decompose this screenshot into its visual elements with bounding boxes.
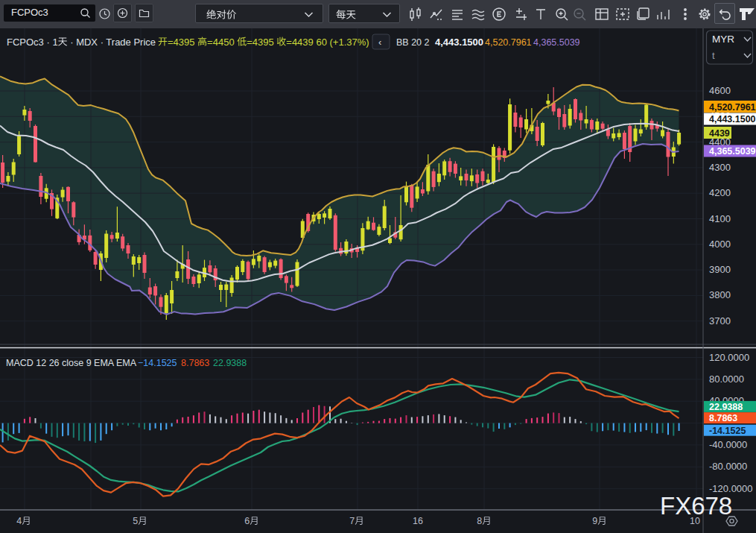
svg-text:4439: 4439 [709, 128, 730, 139]
svg-text:8.7863: 8.7863 [181, 358, 209, 368]
svg-text:3900: 3900 [709, 264, 731, 275]
svg-text:5: 5 [133, 516, 138, 526]
svg-text:· MDX · Trade Price: · MDX · Trade Price [68, 37, 156, 48]
svg-text:t: t [712, 50, 715, 61]
svg-text:6: 6 [244, 516, 250, 526]
svg-text:4: 4 [16, 516, 22, 526]
svg-text:3800: 3800 [709, 289, 731, 300]
svg-text:120.0000: 120.0000 [709, 352, 749, 363]
svg-text:8.7863: 8.7863 [709, 413, 737, 423]
svg-text:22.9388: 22.9388 [709, 402, 743, 412]
svg-text:−14.1525: −14.1525 [138, 358, 177, 368]
svg-text:=4450: =4450 [207, 37, 235, 48]
svg-text:4,520.7961: 4,520.7961 [485, 37, 532, 48]
svg-text:BB 20 2: BB 20 2 [396, 37, 430, 48]
svg-text:FCPOc3 · 1: FCPOc3 · 1 [7, 37, 58, 48]
svg-text:4000: 4000 [709, 239, 731, 250]
svg-text:4,520.7961: 4,520.7961 [709, 102, 756, 113]
svg-text:MACD 12 26 close 9 EMA EMA: MACD 12 26 close 9 EMA EMA [6, 358, 137, 368]
svg-text:-40.0000: -40.0000 [709, 439, 747, 450]
svg-text:4600: 4600 [709, 85, 731, 96]
svg-text:8: 8 [477, 516, 482, 526]
svg-text:4200: 4200 [709, 187, 731, 198]
svg-text:3700: 3700 [709, 315, 731, 327]
svg-text:4,365.5039: 4,365.5039 [709, 146, 756, 157]
svg-text:=4439 60 (+1.37%): =4439 60 (+1.37%) [286, 37, 369, 48]
svg-text:16: 16 [413, 516, 423, 526]
svg-text:9: 9 [592, 516, 597, 526]
svg-text:=4395: =4395 [247, 37, 274, 48]
svg-text:7: 7 [349, 516, 355, 526]
svg-text:4,365.5039: 4,365.5039 [533, 37, 580, 48]
svg-text:22.9388: 22.9388 [213, 358, 247, 368]
svg-text:FX678: FX678 [660, 492, 732, 520]
svg-text:80.0000: 80.0000 [709, 373, 744, 385]
svg-text:4300: 4300 [709, 162, 731, 173]
svg-text:‹: ‹ [378, 37, 381, 48]
svg-text:=4395: =4395 [168, 37, 195, 48]
svg-text:4,443.1500: 4,443.1500 [709, 114, 756, 124]
svg-text:-80.0000: -80.0000 [709, 461, 747, 472]
svg-text:4100: 4100 [709, 213, 731, 224]
svg-text:4,443.1500: 4,443.1500 [435, 37, 483, 48]
svg-text:-14.1525: -14.1525 [709, 426, 746, 436]
svg-text:MYR: MYR [712, 34, 734, 45]
